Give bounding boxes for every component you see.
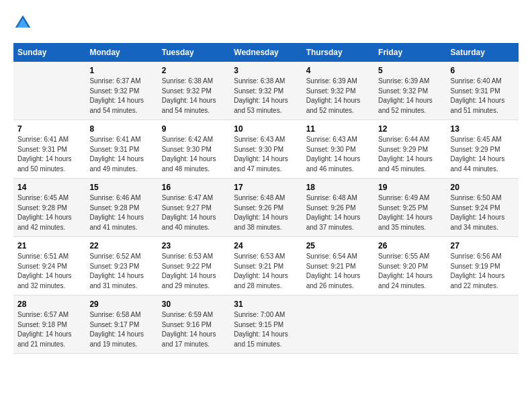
col-header-saturday: Saturday [447,43,519,62]
day-cell [447,295,519,354]
day-cell: 31Sunrise: 7:00 AM Sunset: 9:15 PM Dayli… [230,295,302,354]
day-number: 24 [234,241,298,250]
day-info: Sunrise: 6:41 AM Sunset: 9:31 PM Dayligh… [89,135,153,174]
day-number: 27 [451,241,515,250]
day-number: 29 [89,300,153,309]
day-info: Sunrise: 6:42 AM Sunset: 9:30 PM Dayligh… [162,135,226,174]
day-number: 11 [306,124,370,134]
day-info: Sunrise: 6:45 AM Sunset: 9:29 PM Dayligh… [451,135,515,174]
day-info: Sunrise: 6:43 AM Sunset: 9:30 PM Dayligh… [234,135,298,174]
week-row-4: 21Sunrise: 6:51 AM Sunset: 9:24 PM Dayli… [13,237,519,295]
col-header-monday: Monday [85,43,157,62]
day-info: Sunrise: 6:56 AM Sunset: 9:19 PM Dayligh… [451,252,515,291]
day-info: Sunrise: 6:58 AM Sunset: 9:17 PM Dayligh… [89,310,153,349]
day-info: Sunrise: 6:44 AM Sunset: 9:29 PM Dayligh… [378,135,442,174]
day-cell: 29Sunrise: 6:58 AM Sunset: 9:17 PM Dayli… [85,295,157,354]
day-cell: 7Sunrise: 6:41 AM Sunset: 9:31 PM Daylig… [13,120,85,179]
day-number: 10 [234,124,298,134]
col-header-tuesday: Tuesday [158,43,230,62]
day-info: Sunrise: 6:53 AM Sunset: 9:21 PM Dayligh… [234,252,298,291]
day-info: Sunrise: 7:00 AM Sunset: 9:15 PM Dayligh… [234,310,298,349]
day-cell: 9Sunrise: 6:42 AM Sunset: 9:30 PM Daylig… [158,120,230,179]
day-info: Sunrise: 6:53 AM Sunset: 9:22 PM Dayligh… [162,252,226,291]
col-header-wednesday: Wednesday [230,43,302,62]
col-header-friday: Friday [374,43,446,62]
day-cell: 21Sunrise: 6:51 AM Sunset: 9:24 PM Dayli… [13,237,85,295]
day-info: Sunrise: 6:57 AM Sunset: 9:18 PM Dayligh… [17,310,81,349]
col-header-sunday: Sunday [13,43,85,62]
week-row-2: 7Sunrise: 6:41 AM Sunset: 9:31 PM Daylig… [13,120,519,179]
day-info: Sunrise: 6:43 AM Sunset: 9:30 PM Dayligh… [306,135,370,174]
day-number: 25 [306,241,370,250]
day-number: 6 [451,66,515,75]
day-info: Sunrise: 6:46 AM Sunset: 9:28 PM Dayligh… [89,193,153,232]
day-info: Sunrise: 6:47 AM Sunset: 9:27 PM Dayligh… [162,193,226,232]
day-number: 23 [162,241,226,250]
day-number: 13 [451,124,515,134]
day-info: Sunrise: 6:40 AM Sunset: 9:31 PM Dayligh… [451,77,515,116]
day-cell: 19Sunrise: 6:49 AM Sunset: 9:25 PM Dayli… [374,179,446,237]
day-cell [302,295,374,354]
day-cell: 22Sunrise: 6:52 AM Sunset: 9:23 PM Dayli… [85,237,157,295]
day-cell: 3Sunrise: 6:38 AM Sunset: 9:32 PM Daylig… [230,62,302,120]
day-cell: 11Sunrise: 6:43 AM Sunset: 9:30 PM Dayli… [302,120,374,179]
day-number: 14 [17,183,81,192]
week-row-5: 28Sunrise: 6:57 AM Sunset: 9:18 PM Dayli… [13,295,519,354]
day-cell: 4Sunrise: 6:39 AM Sunset: 9:32 PM Daylig… [302,62,374,120]
day-cell [13,62,85,120]
day-number: 2 [162,66,226,75]
day-info: Sunrise: 6:49 AM Sunset: 9:25 PM Dayligh… [378,193,442,232]
day-info: Sunrise: 6:54 AM Sunset: 9:21 PM Dayligh… [306,252,370,291]
day-info: Sunrise: 6:52 AM Sunset: 9:23 PM Dayligh… [89,252,153,291]
day-cell: 13Sunrise: 6:45 AM Sunset: 9:29 PM Dayli… [447,120,519,179]
day-cell: 30Sunrise: 6:59 AM Sunset: 9:16 PM Dayli… [158,295,230,354]
day-info: Sunrise: 6:39 AM Sunset: 9:32 PM Dayligh… [378,77,442,116]
day-number: 8 [89,124,153,134]
day-cell: 6Sunrise: 6:40 AM Sunset: 9:31 PM Daylig… [447,62,519,120]
day-number: 18 [306,183,370,192]
day-number: 5 [378,66,442,75]
day-number: 21 [17,241,81,250]
day-info: Sunrise: 6:55 AM Sunset: 9:20 PM Dayligh… [378,252,442,291]
day-info: Sunrise: 6:48 AM Sunset: 9:26 PM Dayligh… [306,193,370,232]
day-cell: 5Sunrise: 6:39 AM Sunset: 9:32 PM Daylig… [374,62,446,120]
day-number: 12 [378,124,442,134]
day-cell: 23Sunrise: 6:53 AM Sunset: 9:22 PM Dayli… [158,237,230,295]
day-info: Sunrise: 6:39 AM Sunset: 9:32 PM Dayligh… [306,77,370,116]
day-info: Sunrise: 6:48 AM Sunset: 9:26 PM Dayligh… [234,193,298,232]
day-number: 30 [162,300,226,309]
day-number: 1 [89,66,153,75]
day-info: Sunrise: 6:38 AM Sunset: 9:32 PM Dayligh… [234,77,298,116]
day-number: 31 [234,300,298,309]
day-number: 20 [451,183,515,192]
day-info: Sunrise: 6:45 AM Sunset: 9:28 PM Dayligh… [17,193,81,232]
logo [13,13,35,32]
day-cell: 16Sunrise: 6:47 AM Sunset: 9:27 PM Dayli… [158,179,230,237]
day-cell: 2Sunrise: 6:38 AM Sunset: 9:32 PM Daylig… [158,62,230,120]
day-cell: 18Sunrise: 6:48 AM Sunset: 9:26 PM Dayli… [302,179,374,237]
day-info: Sunrise: 6:38 AM Sunset: 9:32 PM Dayligh… [162,77,226,116]
calendar-table: SundayMondayTuesdayWednesdayThursdayFrid… [13,43,519,354]
day-number: 19 [378,183,442,192]
day-info: Sunrise: 6:51 AM Sunset: 9:24 PM Dayligh… [17,252,81,291]
day-number: 3 [234,66,298,75]
logo-icon [13,13,32,32]
day-cell: 8Sunrise: 6:41 AM Sunset: 9:31 PM Daylig… [85,120,157,179]
day-number: 26 [378,241,442,250]
day-info: Sunrise: 6:37 AM Sunset: 9:32 PM Dayligh… [89,77,153,116]
day-number: 17 [234,183,298,192]
week-row-3: 14Sunrise: 6:45 AM Sunset: 9:28 PM Dayli… [13,179,519,237]
day-cell: 14Sunrise: 6:45 AM Sunset: 9:28 PM Dayli… [13,179,85,237]
header-row: SundayMondayTuesdayWednesdayThursdayFrid… [13,43,519,62]
day-number: 16 [162,183,226,192]
day-cell: 24Sunrise: 6:53 AM Sunset: 9:21 PM Dayli… [230,237,302,295]
day-cell: 15Sunrise: 6:46 AM Sunset: 9:28 PM Dayli… [85,179,157,237]
day-cell: 27Sunrise: 6:56 AM Sunset: 9:19 PM Dayli… [447,237,519,295]
day-number: 4 [306,66,370,75]
day-number: 28 [17,300,81,309]
week-row-1: 1Sunrise: 6:37 AM Sunset: 9:32 PM Daylig… [13,62,519,120]
day-number: 22 [89,241,153,250]
day-cell: 20Sunrise: 6:50 AM Sunset: 9:24 PM Dayli… [447,179,519,237]
day-cell: 25Sunrise: 6:54 AM Sunset: 9:21 PM Dayli… [302,237,374,295]
day-number: 7 [17,124,81,134]
